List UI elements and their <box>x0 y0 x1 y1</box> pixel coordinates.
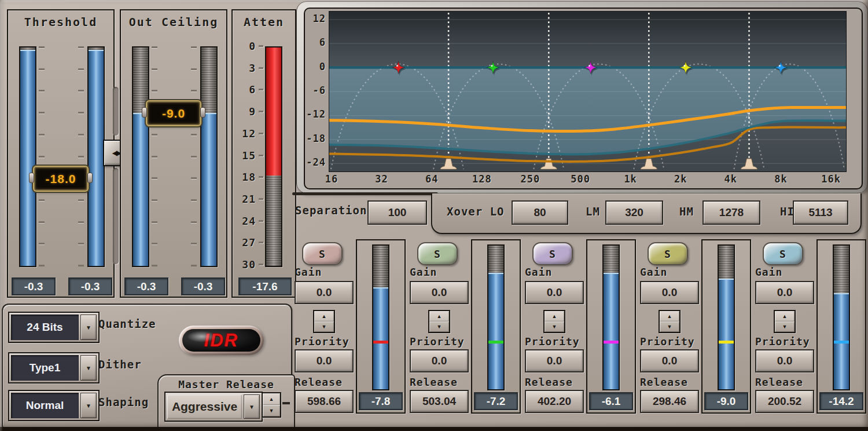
atten-scale-label: 9 <box>234 105 256 118</box>
master-release-dropdown[interactable]: Aggressive ▼ <box>164 392 263 422</box>
shaping-value: Normal <box>11 393 79 418</box>
stepper-down-icon[interactable]: ▼ <box>429 322 449 332</box>
separation-value-box[interactable]: 100 <box>367 200 427 225</box>
threshold-value-tag[interactable]: -18.0 <box>34 167 87 191</box>
band-4-release-value-box[interactable]: 298.46 <box>640 390 699 413</box>
atten-gray-bar <box>266 176 281 266</box>
band-2-priority-value-box[interactable]: 0.0 <box>410 349 469 372</box>
dropdown-arrow-icon[interactable]: ▼ <box>80 315 97 340</box>
band-4: S Gain 0.0 ▲ ▼ Priority 0.0 Release 298.… <box>638 239 753 413</box>
band-3-meter-readout: -6.1 <box>589 392 633 410</box>
frequency-response-plot[interactable] <box>329 11 847 172</box>
atten-panel: Atten 036912151821242730 -17.6 <box>231 9 296 298</box>
band-meter-track[interactable] <box>372 244 389 390</box>
band-4-priority-value-box[interactable]: 0.0 <box>640 349 699 372</box>
plugin-window: Threshold -18.0 -0.3 -0.3 ◀▶ Out Ceiling <box>0 0 868 431</box>
fader-bar <box>20 50 35 266</box>
stepper-up-icon[interactable]: ▲ <box>775 311 795 322</box>
out-ceiling-fader-left[interactable] <box>132 46 149 267</box>
band-3-release-value-box[interactable]: 402.20 <box>525 390 584 413</box>
band-3-gain-value-box[interactable]: 0.0 <box>525 281 584 304</box>
band-2-gain-value-box[interactable]: 0.0 <box>410 281 469 304</box>
band-5-priority-value-box[interactable]: 0.0 <box>755 349 814 372</box>
stepper-down-icon[interactable]: ▼ <box>314 322 334 332</box>
graph-y-tick-label: 12 <box>306 13 326 24</box>
link-slot-bottom <box>113 168 119 264</box>
band-3-priority-value-box[interactable]: 0.0 <box>525 349 584 372</box>
dropdown-arrow-icon[interactable]: ▼ <box>80 393 97 418</box>
stepper-up-icon[interactable]: ▲ <box>545 311 564 322</box>
stepper-down-icon[interactable]: ▼ <box>660 322 679 332</box>
band-5: S Gain 0.0 ▲ ▼ Priority 0.0 Release 200.… <box>753 239 868 413</box>
band-5-release-value-box[interactable]: 200.52 <box>755 390 814 413</box>
xover-hm-value-box[interactable]: 1278 <box>703 200 760 225</box>
dropdown-arrow-icon[interactable]: ▼ <box>244 395 260 419</box>
band-2-release-value-box[interactable]: 503.04 <box>410 390 469 413</box>
band-1-priority-value-box[interactable]: 0.0 <box>295 349 354 372</box>
graph-y-tick-label: -6 <box>306 85 326 96</box>
graph-x-tick-label: 16 <box>325 173 338 185</box>
band-2-solo-button[interactable]: S <box>417 242 458 265</box>
band-5-priority-stepper[interactable]: ▲ ▼ <box>774 310 796 333</box>
quantize-value: 24 Bits <box>11 315 79 340</box>
stepper-down-icon[interactable]: ▼ <box>775 322 795 332</box>
master-release-stepper[interactable]: ▲ ▼ <box>262 392 281 418</box>
dropdown-arrow-icon[interactable]: ▼ <box>80 355 97 381</box>
band-5-gain-value-box[interactable]: 0.0 <box>755 281 814 304</box>
xover-hi-value-box[interactable]: 5113 <box>793 200 848 225</box>
band-meter-track[interactable] <box>487 244 505 390</box>
band-1-release-value-box[interactable]: 598.66 <box>295 390 354 413</box>
band-marker-tick <box>719 341 734 344</box>
release-label: Release <box>525 376 573 388</box>
priority-label: Priority <box>640 335 695 348</box>
meter-bar <box>604 273 619 389</box>
idr-logo-screen: IDR <box>182 329 260 352</box>
out-ceiling-fader-right[interactable] <box>200 46 218 267</box>
atten-scale-label: 30 <box>234 258 256 271</box>
atten-scale-label: 21 <box>234 193 256 205</box>
band-5-solo-button[interactable]: S <box>763 242 803 265</box>
stepper-up-icon[interactable]: ▲ <box>314 311 334 322</box>
threshold-fader-right[interactable] <box>87 46 105 267</box>
out-ceiling-readout-left: -0.3 <box>124 277 168 295</box>
dither-dropdown[interactable]: Type1 ▼ <box>8 352 100 383</box>
band-3-priority-stepper[interactable]: ▲ ▼ <box>543 310 565 333</box>
band-3-meter: -6.1 <box>586 239 636 414</box>
band-marker-tick <box>373 341 388 344</box>
band-4-solo-button[interactable]: S <box>648 242 688 265</box>
idr-logo: IDR <box>179 326 264 355</box>
stepper-up-icon[interactable]: ▲ <box>263 393 280 405</box>
graph-x-tick-label: 16k <box>821 173 841 185</box>
band-1-meter-readout: -7.8 <box>359 392 403 410</box>
xover-lo-value-box[interactable]: 80 <box>512 200 568 225</box>
band-1-solo-button[interactable]: S <box>302 242 343 265</box>
atten-scale-tick <box>259 198 263 200</box>
quantize-label: Quantize <box>98 317 156 330</box>
master-release-value: Aggressive <box>167 395 242 419</box>
quantize-dropdown[interactable]: 24 Bits ▼ <box>8 312 100 343</box>
atten-meter <box>265 46 282 267</box>
band-4-gain-value-box[interactable]: 0.0 <box>640 281 699 304</box>
out-ceiling-value-tag[interactable]: -9.0 <box>147 101 200 125</box>
meter-unfilled <box>604 246 619 273</box>
graph-y-tick-label: -24 <box>306 156 326 168</box>
band-2-priority-stepper[interactable]: ▲ ▼ <box>428 310 450 333</box>
idr-logo-text: IDR <box>204 330 238 351</box>
band-3-solo-button[interactable]: S <box>532 242 573 265</box>
xover-lm-value-box[interactable]: 320 <box>605 200 663 225</box>
shaping-dropdown[interactable]: Normal ▼ <box>8 390 100 421</box>
atten-scale-label: 24 <box>234 215 256 227</box>
band-meter-track[interactable] <box>718 244 735 390</box>
threshold-fader-left[interactable] <box>19 46 36 267</box>
band-meter-track[interactable] <box>833 244 850 390</box>
stepper-down-icon[interactable]: ▼ <box>545 322 564 332</box>
stepper-up-icon[interactable]: ▲ <box>429 311 449 322</box>
stepper-up-icon[interactable]: ▲ <box>660 311 679 322</box>
band-1-priority-stepper[interactable]: ▲ ▼ <box>313 310 335 333</box>
gain-label: Gain <box>640 266 667 278</box>
band-4-priority-stepper[interactable]: ▲ ▼ <box>659 310 681 333</box>
band-1-gain-value-box[interactable]: 0.0 <box>295 281 354 304</box>
priority-label: Priority <box>525 335 580 348</box>
band-meter-track[interactable] <box>602 244 620 390</box>
stepper-down-icon[interactable]: ▼ <box>263 405 280 417</box>
